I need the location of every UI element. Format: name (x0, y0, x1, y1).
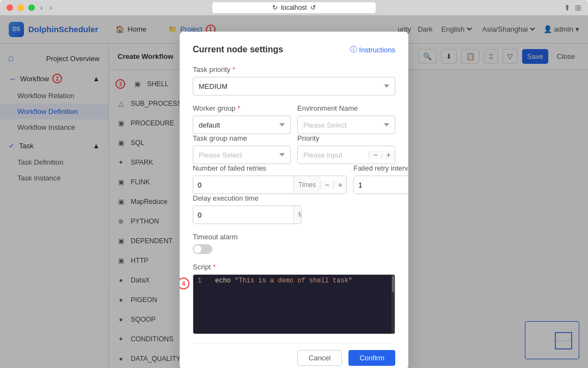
task-group-name-select[interactable]: Please Select (193, 146, 291, 164)
cancel-button[interactable]: Cancel (297, 350, 342, 366)
retry-interval-label: Failed retry interval (353, 164, 408, 172)
reload-icon: ↺ (310, 4, 316, 11)
window-chrome: ‹ › ↻ localhost ↺ ⬆ ⊞ (0, 0, 588, 15)
grid-btn[interactable]: ⊞ (575, 3, 581, 12)
priority-plus-btn[interactable]: + (382, 150, 395, 159)
toggle-knob (194, 245, 201, 253)
failed-retries-unit: Times (293, 176, 320, 194)
instructions-btn[interactable]: ⓘ Instructions (350, 45, 395, 55)
task-priority-group: Task priority * MEDIUM (193, 65, 395, 95)
modal-header: Current node settings ⓘ Instructions (193, 45, 395, 55)
failed-retries-col: Number of failed retries Times − + (193, 164, 347, 194)
timeout-alarm-toggle[interactable] (193, 244, 212, 254)
modal-overlay: Current node settings ⓘ Instructions Tas… (0, 15, 588, 368)
task-priority-select[interactable]: MEDIUM (193, 77, 395, 95)
delay-execution-group: Delay execution time Minute − + (193, 194, 395, 224)
timeout-alarm-label: Timeout alarm (193, 233, 395, 241)
task-group-name-col: Task group name Please Select (193, 134, 291, 164)
close-window-btn[interactable] (7, 4, 13, 11)
failed-retries-label: Number of failed retries (193, 164, 347, 172)
priority-input-wrap: − + (297, 146, 395, 164)
environment-name-label: Environment Name (297, 104, 395, 112)
confirm-button[interactable]: Confirm (348, 350, 395, 366)
timeout-alarm-group: Timeout alarm (193, 233, 395, 254)
script-group: Script * 4 1 echo "This is a demo of she… (193, 263, 395, 334)
priority-col: Priority − + (297, 134, 395, 164)
failed-retries-plus-btn[interactable]: + (333, 180, 346, 189)
code-line-1: 1 echo "This is a demo of shell task" (193, 275, 395, 287)
line-number: 1 (198, 277, 209, 285)
environment-name-select[interactable]: Please Select (297, 116, 395, 134)
url-bar: ↻ localhost ↺ (212, 2, 376, 13)
code-editor[interactable]: 1 echo "This is a demo of shell task" (193, 274, 395, 334)
minimize-window-btn[interactable] (17, 4, 24, 11)
loading-icon: ↻ (272, 4, 278, 11)
failed-retries-input-wrap: Times − + (193, 176, 347, 194)
maximize-window-btn[interactable] (28, 4, 35, 11)
worker-group-label: Worker group * (193, 104, 291, 112)
code-string: "This is a demo of shell task" (235, 277, 352, 285)
worker-group-select[interactable]: default (193, 116, 291, 134)
script-label-wrap: Script * (193, 263, 395, 271)
failed-retries-input[interactable] (193, 176, 293, 194)
url-text: localhost (281, 4, 307, 11)
required-marker: * (232, 65, 235, 74)
environment-name-col: Environment Name Please Select (297, 104, 395, 134)
instructions-label: Instructions (359, 46, 395, 54)
delay-execution-unit: Minute (293, 206, 302, 224)
script-editor-wrapper: 4 1 echo "This is a demo of shell task" (193, 274, 395, 334)
back-btn[interactable]: ‹ (39, 3, 44, 12)
priority-label: Priority (297, 134, 395, 142)
worker-group-col: Worker group * default (193, 104, 291, 134)
delay-execution-label: Delay execution time (193, 194, 395, 202)
delay-execution-input[interactable] (193, 206, 293, 224)
retries-row: Number of failed retries Times − + Faile… (193, 164, 395, 194)
modal-footer: Cancel Confirm (193, 343, 395, 366)
delay-execution-input-wrap: Minute − + (193, 206, 302, 224)
info-icon: ⓘ (350, 45, 357, 55)
task-group-name-label: Task group name (193, 134, 291, 142)
window-icons: ⬆ ⊞ (564, 3, 581, 12)
failed-retries-minus-btn[interactable]: − (320, 180, 333, 189)
priority-input[interactable] (298, 146, 369, 164)
code-text: echo "This is a demo of shell task" (215, 277, 352, 285)
worker-env-row: Worker group * default Environment Name … (193, 104, 395, 134)
task-priority-label: Task priority * (193, 65, 395, 74)
retry-interval-input-wrap: Minute − + (353, 176, 408, 194)
retry-interval-col: Failed retry interval Minute − + (353, 164, 408, 194)
editor-scrollbar[interactable] (391, 275, 395, 334)
forward-btn[interactable]: › (48, 3, 53, 12)
priority-minus-btn[interactable]: − (369, 150, 382, 159)
modal-title: Current node settings (193, 45, 283, 55)
scrollbar-thumb (392, 276, 394, 292)
retry-interval-input[interactable] (354, 176, 408, 194)
share-btn[interactable]: ⬆ (564, 3, 571, 12)
current-node-settings-modal: Current node settings ⓘ Instructions Tas… (180, 32, 408, 368)
task-group-priority-row: Task group name Please Select Priority −… (193, 134, 395, 164)
nav-circle-4: 4 (180, 277, 189, 289)
